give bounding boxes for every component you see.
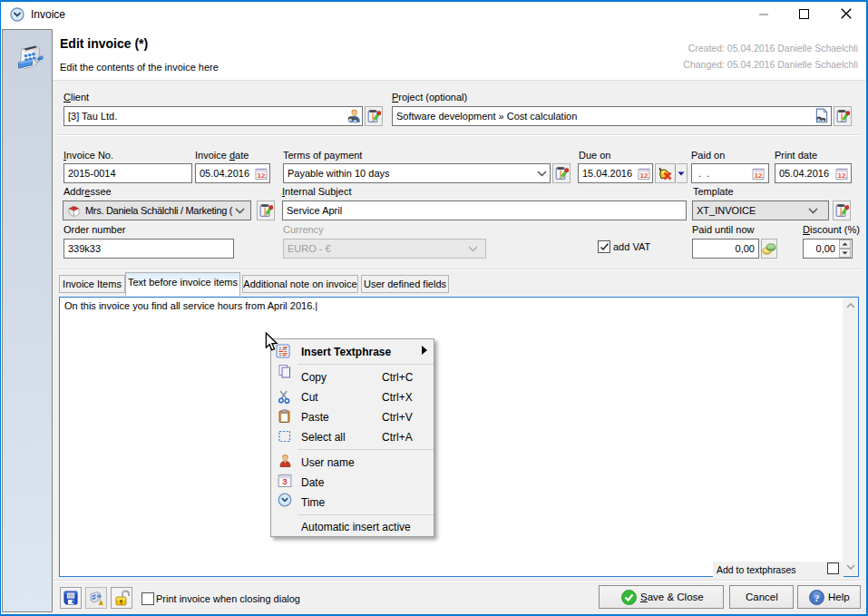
svg-text:?: ? (814, 592, 820, 603)
svg-text:3: 3 (282, 476, 288, 486)
